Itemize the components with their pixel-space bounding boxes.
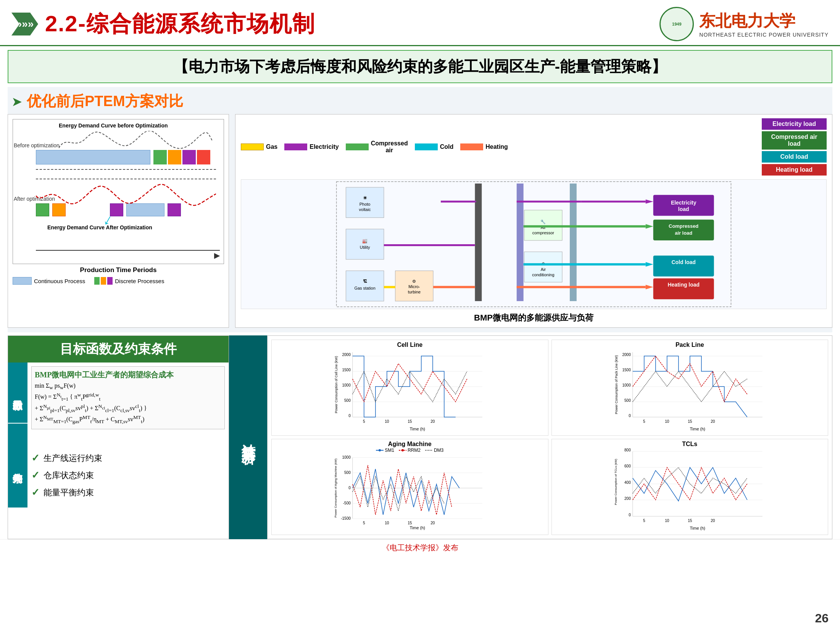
- aging-machine-title: Aging Machine: [273, 441, 547, 448]
- cold-load-box: [653, 256, 714, 277]
- electricity-load-label: Electricity load: [762, 118, 827, 130]
- svg-text:20: 20: [430, 419, 435, 424]
- sm1-legend: SM1: [376, 448, 394, 453]
- curve-label-after: Energy Demand Curve After Optimization: [47, 224, 152, 230]
- bar-before-continuous: [36, 150, 150, 164]
- objective-function-label: 目标函数: [8, 363, 27, 424]
- flow-diagram-svg: ☀ Photo voltaic 🏭 Utility 🏗 Gas station …: [241, 180, 826, 309]
- constraint-item-2: ✓ 仓库状态约束: [31, 469, 225, 481]
- heat-load-box: [653, 278, 714, 299]
- section-arrow-icon: ➤: [11, 94, 22, 109]
- air-compressor-box: [524, 210, 562, 241]
- air-load-box: [653, 219, 714, 240]
- svg-point-57: [379, 449, 381, 451]
- svg-text:☀: ☀: [363, 195, 367, 201]
- dashed-line-1: [36, 169, 216, 170]
- university-name-chinese: 东北电力大学: [699, 10, 829, 32]
- svg-text:5: 5: [643, 419, 645, 424]
- svg-text:800: 800: [624, 448, 631, 452]
- svg-text:Time (h): Time (h): [690, 526, 705, 530]
- svg-text:10: 10: [385, 521, 389, 525]
- formula-line-1: min Σw pswF(w): [35, 382, 221, 391]
- legend-box-continuous: [13, 277, 32, 285]
- svg-text:Power Consumption of Cell Line: Power Consumption of Cell Line (kW): [334, 356, 338, 413]
- aging-machine-chart: Aging Machine SM1 RRM2 DM3: [271, 439, 548, 535]
- footer: 《电工技术学报》发布: [0, 539, 840, 556]
- constraint-content: ✓ 生产线运行约束 ✓ 仓库状态约束 ✓ 能量平衡约束: [27, 443, 229, 508]
- utility-elec-arrow: [384, 244, 475, 246]
- svg-text:🏗: 🏗: [363, 279, 367, 284]
- tcls-title: TCLs: [553, 441, 827, 448]
- constraint-item-3: ✓ 能量平衡约束: [31, 487, 225, 498]
- elec-arrowhead: [646, 200, 653, 204]
- block-green: [153, 150, 167, 164]
- gas-color-box: [241, 143, 264, 150]
- gas-arrow: [384, 286, 395, 288]
- air-arrow: [524, 225, 577, 227]
- svg-text:Cold load: Cold load: [671, 259, 695, 265]
- svg-text:🔧: 🔧: [540, 219, 546, 224]
- top-panels: Energy Demand Curve before Optimization …: [8, 114, 832, 332]
- svg-text:Utility: Utility: [360, 245, 370, 250]
- obj-body: 目标函数 约束条件 BMP微电网中工业生产者的期望综合成本 min Σw psw…: [8, 363, 229, 508]
- pack-line-title: Pack Line: [553, 342, 827, 348]
- load-labels-panel: Electricity load Compressed air load Col…: [762, 118, 827, 176]
- svg-text:Power Consumption of TCLs (kW): Power Consumption of TCLs (kW): [614, 459, 617, 505]
- svg-text:200: 200: [624, 496, 631, 501]
- svg-text:5: 5: [363, 419, 365, 424]
- header-left: »»» 2.2-综合能源系统市场机制: [11, 9, 315, 39]
- curve-before: [59, 131, 212, 152]
- energy-legend-row: Gas Electricity Compressedair Cold Heati…: [241, 118, 827, 176]
- university-name-english: NORTHEAST ELECTRIC POWER UNIVERSITY: [699, 32, 829, 38]
- obj-right-content: BMP微电网中工业生产者的期望综合成本 min Σw pswF(w) F(w) …: [27, 363, 229, 508]
- section-title-row: ➤ 优化前后PTEM方案对比: [8, 87, 832, 114]
- svg-text:Electricity: Electricity: [671, 200, 697, 206]
- svg-text:load: load: [678, 206, 689, 212]
- obj-header: 目标函数及约束条件: [8, 336, 229, 363]
- colored-blocks-before: [153, 150, 210, 164]
- svg-text:1000: 1000: [342, 455, 351, 459]
- curve-after: [36, 182, 216, 209]
- svg-text:500: 500: [344, 470, 351, 475]
- svg-text:⚙: ⚙: [412, 279, 416, 284]
- obj-left-labels: 目标函数 约束条件: [8, 363, 27, 508]
- svg-text:Micro-: Micro-: [408, 284, 420, 289]
- heat-to-load: [577, 286, 646, 288]
- pv-elec-arrow: [441, 201, 475, 203]
- constraint-item-1: ✓ 生产线运行约束: [31, 452, 225, 464]
- svg-text:Heating load: Heating load: [667, 282, 699, 288]
- svg-text:20: 20: [711, 419, 715, 424]
- svg-text:400: 400: [624, 480, 631, 485]
- legend-cold: Cold: [415, 143, 454, 150]
- logo-emblem: 1949: [659, 7, 694, 41]
- bus-bar-3: [570, 184, 577, 301]
- cold-arrowhead: [646, 262, 653, 267]
- legend-heating: Heating: [460, 143, 508, 150]
- pack-line-chart: Pack Line 0 500 1000 1500 2000 5: [551, 340, 829, 436]
- tcls-svg: 0 200 400 600 800 5 10 15 20: [553, 448, 827, 532]
- svg-text:20: 20: [711, 519, 715, 523]
- svg-text:15: 15: [688, 419, 692, 424]
- legend-compressed-air: Compressedair: [346, 140, 408, 154]
- formula-line-3: + ΣNplpl=1(Cpl,svsvplt) + ΣNclcl=1(Ccl,s…: [35, 403, 221, 414]
- calc-title: 计算结果分析: [239, 433, 258, 442]
- rrm2-legend: RRM2: [399, 448, 421, 453]
- svg-text:600: 600: [624, 464, 631, 468]
- cell-line-title: Cell Line: [273, 342, 547, 348]
- svg-text:Time (h): Time (h): [410, 525, 425, 530]
- svg-text:2000: 2000: [342, 353, 351, 357]
- cold-arrow: [524, 263, 577, 266]
- charts-grid: Cell Line 0 500 1000 1500 2000: [271, 340, 828, 535]
- elec-load-box: [653, 195, 714, 216]
- legend-discrete: Discrete Processes: [94, 277, 164, 285]
- svg-text:Time (h): Time (h): [690, 427, 705, 431]
- cold-color-box: [415, 143, 438, 150]
- formula-line-2: F(w) = ΣNtt=1 { πwtPgrid,wt: [35, 392, 221, 402]
- check-icon-2: ✓: [31, 469, 40, 481]
- arrow-decoration-icon: »»»: [11, 13, 38, 35]
- heating-load-label: Heating load: [762, 164, 827, 176]
- chart-legend: SM1 RRM2 DM3: [273, 448, 547, 453]
- legend-electricity: Electricity: [284, 143, 339, 150]
- heat-arrow: [433, 286, 475, 288]
- svg-text:20: 20: [430, 521, 435, 525]
